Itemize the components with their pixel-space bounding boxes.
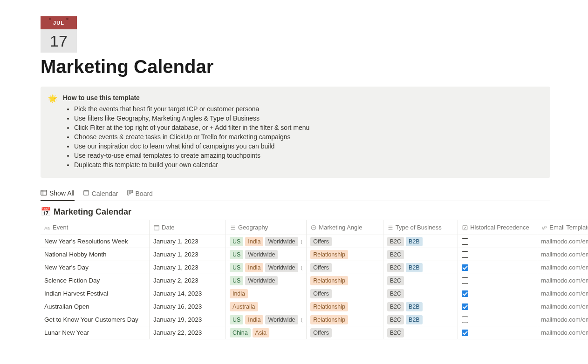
table-row[interactable]: Lunar New YearJanuary 22, 2023ChinaAsiaO… (41, 326, 588, 339)
cell-event[interactable]: Science Fiction Day (41, 274, 150, 287)
cell-date[interactable]: January 16, 2023 (150, 300, 226, 313)
cell-date[interactable]: January 2, 2023 (150, 274, 226, 287)
cell-angle[interactable]: Relationship (307, 313, 383, 326)
database-title[interactable]: 📅 Marketing Calendar (41, 207, 547, 217)
column-header-biz[interactable]: Type of Business (383, 220, 458, 235)
cell-event[interactable]: New Year's Day (41, 261, 150, 274)
cell-template-link[interactable]: mailmodo.com/em (537, 300, 588, 313)
table-row[interactable]: Australian OpenJanuary 16, 2023Australia… (41, 300, 588, 313)
cell-business[interactable]: B2CB2B (383, 300, 458, 313)
cell-event[interactable]: Australian Open (41, 300, 150, 313)
tag-geo: US (230, 263, 243, 272)
cell-historical[interactable] (458, 300, 537, 313)
cell-angle[interactable]: Relationship (307, 248, 383, 261)
table-row[interactable]: Indian Harvest FestivalJanuary 14, 2023I… (41, 287, 588, 300)
tag-angle: Relationship (310, 250, 348, 259)
cell-angle[interactable]: Offers (307, 261, 383, 274)
cell-template-link[interactable]: mailmodo.com/em (537, 313, 588, 326)
cell-geography[interactable]: USWorldwide (226, 248, 306, 261)
checkbox[interactable] (462, 264, 468, 271)
cell-geography[interactable]: USIndiaWorldwide( (226, 313, 306, 326)
cell-historical[interactable] (458, 235, 537, 248)
cell-historical[interactable] (458, 248, 537, 261)
cell-template-link[interactable]: mailmodo.com/em (537, 235, 588, 248)
tag-business: B2C (387, 263, 404, 272)
cell-template-link[interactable]: mailmodo.com/em (537, 274, 588, 287)
page-title[interactable]: Marketing Calendar (41, 56, 547, 77)
cell-geography[interactable]: ChinaAsia (226, 326, 306, 339)
svg-point-14 (311, 225, 316, 230)
cell-event[interactable]: National Hobby Month (41, 248, 150, 261)
cell-business[interactable]: B2C (383, 326, 458, 339)
cell-geography[interactable]: USIndiaWorldwide( (226, 235, 306, 248)
table-row[interactable]: New Year's Resolutions WeekJanuary 1, 20… (41, 235, 588, 248)
cell-event[interactable]: Indian Harvest Festival (41, 287, 150, 300)
cell-business[interactable]: B2C (383, 274, 458, 287)
tag-business: B2B (406, 263, 423, 272)
cell-template-link[interactable]: mailmodo.com/em (537, 261, 588, 274)
cell-date[interactable]: January 22, 2023 (150, 326, 226, 339)
cell-date[interactable]: January 14, 2023 (150, 287, 226, 300)
callout-block: 🌟 How to use this template Pick the even… (41, 87, 550, 178)
checkbox[interactable] (462, 303, 468, 310)
cell-date[interactable]: January 1, 2023 (150, 235, 226, 248)
checkbox[interactable] (462, 277, 468, 284)
cell-historical[interactable] (458, 326, 537, 339)
checkbox[interactable] (462, 330, 468, 336)
tag-geo: China (230, 328, 251, 337)
cell-angle[interactable]: Offers (307, 235, 383, 248)
checkbox[interactable] (462, 238, 468, 245)
page-icon[interactable]: JUL 17 (41, 16, 77, 53)
column-header-hist[interactable]: Historical Precedence (458, 220, 537, 235)
table-row[interactable]: New Year's DayJanuary 1, 2023USIndiaWorl… (41, 261, 588, 274)
cell-historical[interactable] (458, 313, 537, 326)
checkbox[interactable] (462, 317, 468, 323)
cell-historical[interactable] (458, 287, 537, 300)
cell-angle[interactable]: Relationship (307, 300, 383, 313)
tag-business: B2B (406, 315, 423, 324)
tag-geo: US (230, 250, 243, 259)
cell-angle[interactable]: Offers (307, 287, 383, 300)
cell-date[interactable]: January 19, 2023 (150, 313, 226, 326)
cell-date[interactable]: January 1, 2023 (150, 248, 226, 261)
cell-geography[interactable]: Australia (226, 300, 306, 313)
cell-historical[interactable] (458, 274, 537, 287)
cell-business[interactable]: B2CB2B (383, 261, 458, 274)
cell-historical[interactable] (458, 261, 537, 274)
cell-business[interactable]: B2CB2B (383, 313, 458, 326)
column-header-angle[interactable]: Marketing Angle (307, 220, 383, 235)
cell-geography[interactable]: USWorldwide (226, 274, 306, 287)
tag-geo: Worldwide (265, 315, 298, 324)
cell-angle[interactable]: Offers (307, 326, 383, 339)
tag-angle: Relationship (310, 276, 348, 285)
svg-rect-3 (83, 191, 89, 195)
tag-angle: Relationship (310, 315, 348, 324)
cell-business[interactable]: B2C (383, 248, 458, 261)
checkbox[interactable] (462, 251, 468, 258)
cell-event[interactable]: Lunar New Year (41, 326, 150, 339)
tab-board[interactable]: Board (127, 186, 153, 201)
cell-date[interactable]: January 1, 2023 (150, 261, 226, 274)
cell-template-link[interactable]: mailmodo.com/em (537, 326, 588, 339)
cell-template-link[interactable]: mailmodo.com/em (537, 287, 588, 300)
column-header-event[interactable]: AaEvent (41, 220, 150, 235)
table-row[interactable]: National Hobby MonthJanuary 1, 2023USWor… (41, 248, 588, 261)
cell-template-link[interactable]: mailmodo.com/em (537, 248, 588, 261)
cell-business[interactable]: B2C (383, 287, 458, 300)
cell-geography[interactable]: USIndiaWorldwide( (226, 261, 306, 274)
tab-show-all[interactable]: Show All (41, 186, 75, 201)
tab-calendar[interactable]: Calendar (83, 186, 118, 201)
cell-angle[interactable]: Relationship (307, 274, 383, 287)
table-row[interactable]: Science Fiction DayJanuary 2, 2023USWorl… (41, 274, 588, 287)
cell-event[interactable]: New Year's Resolutions Week (41, 235, 150, 248)
table-row[interactable]: Get to Know Your Customers DayJanuary 19… (41, 313, 588, 326)
column-header-date[interactable]: Date (150, 220, 226, 235)
cell-event[interactable]: Get to Know Your Customers Day (41, 313, 150, 326)
tab-label: Show All (49, 189, 75, 197)
cell-geography[interactable]: India (226, 287, 306, 300)
cell-business[interactable]: B2CB2B (383, 235, 458, 248)
column-header-geo[interactable]: Geography (226, 220, 306, 235)
column-header-tmpl[interactable]: Email Template (537, 220, 588, 235)
callout-item: Duplicate this template to build your ow… (74, 161, 543, 169)
checkbox[interactable] (462, 290, 468, 297)
